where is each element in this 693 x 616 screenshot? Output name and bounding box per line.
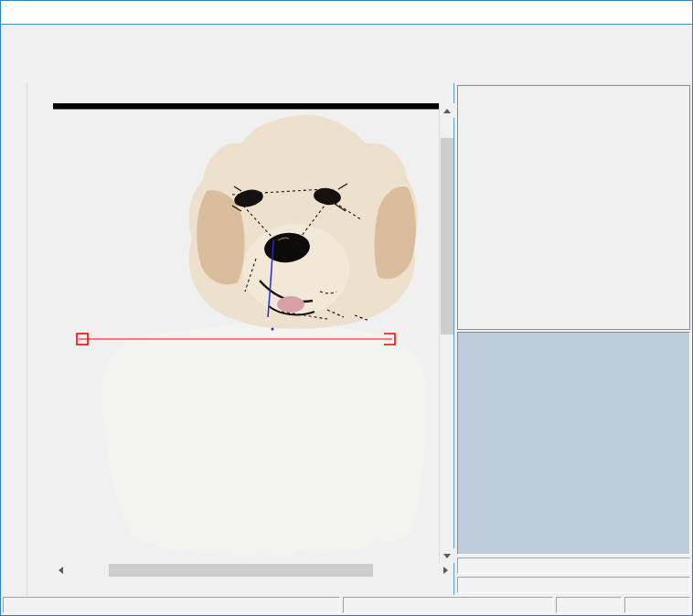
app-window (0, 0, 693, 616)
status-cell-4 (624, 597, 690, 613)
toolbar-main (1, 25, 692, 54)
toolbar-secondary (1, 54, 692, 83)
down-arrow-icon (443, 554, 451, 558)
vertical-scroll-thumb[interactable] (441, 138, 453, 335)
ruler-vertical (27, 103, 53, 563)
right-arrow-icon (443, 567, 448, 574)
up-arrow-icon (443, 109, 451, 113)
position-info (457, 577, 690, 593)
view-tab-bar (27, 578, 453, 595)
scroll-left-button[interactable] (53, 563, 68, 578)
status-bar (1, 595, 692, 615)
scroll-down-button[interactable] (440, 548, 454, 563)
scroll-up-button[interactable] (440, 103, 454, 118)
selection-info (457, 558, 690, 574)
stitch-point (272, 328, 274, 331)
object-panel (453, 83, 692, 595)
ruler-horizontal (27, 83, 453, 103)
puppy-body (102, 323, 426, 557)
horizontal-scroll-thumb[interactable] (109, 564, 373, 577)
hoop-boundary (53, 103, 439, 110)
puppy-tongue (277, 296, 304, 313)
scroll-right-button[interactable] (438, 563, 453, 578)
embroidery-design[interactable] (53, 103, 439, 563)
vertical-scrollbar[interactable] (439, 103, 453, 563)
design-canvas[interactable] (53, 103, 439, 563)
menu-bar (1, 1, 692, 25)
status-cell-3 (556, 597, 622, 613)
left-arrow-icon (59, 567, 63, 574)
preview-box (457, 332, 690, 555)
status-message (3, 597, 340, 613)
tool-column (1, 83, 27, 595)
status-cell-2 (343, 597, 553, 613)
object-list (457, 85, 690, 330)
horizontal-scrollbar[interactable] (27, 563, 453, 578)
